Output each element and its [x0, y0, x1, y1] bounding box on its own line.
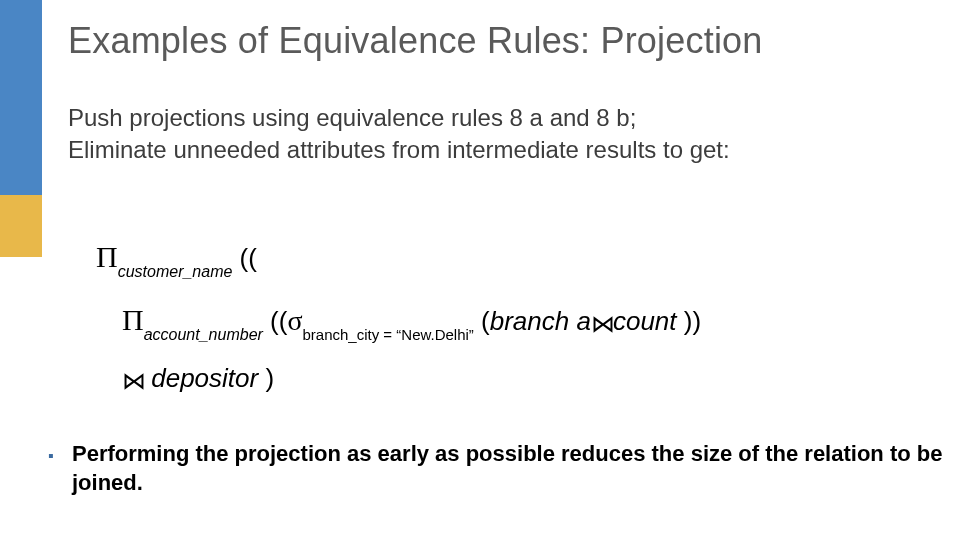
sigma-symbol: σ — [287, 305, 302, 336]
pi-symbol: Π — [96, 240, 118, 273]
sigma-subscript: branch_city = “New.Delhi” — [303, 326, 474, 343]
pi1-subscript: customer_name — [118, 263, 233, 280]
sidebar-accent-yellow — [0, 195, 42, 257]
relational-expression: Πcustomer_name (( Πaccount_number ((σbra… — [96, 228, 701, 409]
open-paren-2: (( — [263, 306, 288, 336]
expr-line-3: ⋈ depositor ) — [122, 354, 701, 403]
pi-symbol: Π — [122, 303, 144, 336]
intro-line-1: Push projections using equivalence rules… — [68, 102, 920, 134]
intro-line-2: Eliminate unneeded attributes from inter… — [68, 134, 920, 166]
relation-account-pre: a — [576, 306, 590, 336]
close-paren-1: ) — [258, 363, 274, 393]
join-icon: ⋈ — [122, 359, 144, 405]
open-rel: ( — [474, 306, 490, 336]
pi2-subscript: account_number — [144, 326, 263, 343]
close-paren-2: )) — [677, 306, 702, 336]
square-bullet-icon: ▪ — [48, 446, 54, 467]
bullet-point: ▪ Performing the projection as early as … — [50, 440, 960, 497]
expr-line-2: Πaccount_number ((σbranch_city = “New.De… — [122, 291, 701, 348]
relation-branch: branch — [490, 306, 570, 336]
slide: Examples of Equivalence Rules: Projectio… — [0, 0, 960, 540]
bullet-text: Performing the projection as early as po… — [72, 441, 942, 495]
open-paren-1: (( — [232, 243, 257, 273]
slide-body: Push projections using equivalence rules… — [68, 102, 920, 167]
join-icon: ⋈ — [591, 302, 613, 348]
relation-account-post: count — [613, 306, 677, 336]
expr-line-1: Πcustomer_name (( — [96, 228, 701, 285]
sidebar-accent-blue — [0, 0, 42, 195]
slide-title: Examples of Equivalence Rules: Projectio… — [68, 20, 763, 62]
relation-depositor: depositor — [151, 363, 258, 393]
